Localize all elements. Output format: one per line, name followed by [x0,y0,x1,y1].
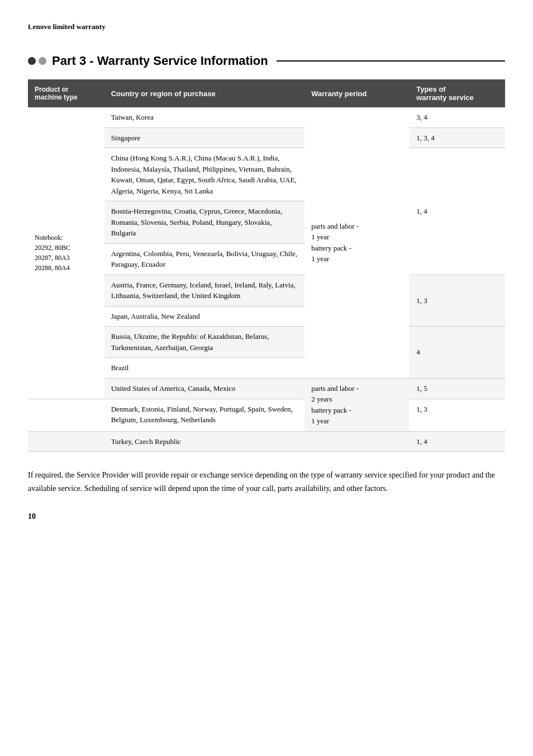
types-cell: 1, 5 [410,378,505,399]
header-product: Product ormachine type [28,79,104,107]
dot-2 [39,57,46,65]
types-cell: 1, 3 [410,275,505,327]
product-cell [28,431,104,452]
country-cell: Brazil [104,358,305,379]
header-types: Types ofwarranty service [410,79,505,107]
footer-text: If required, the Service Provider will p… [28,469,505,495]
table-row: Notebook:20292, 80BC20287, 80A320288, 80… [28,107,505,127]
country-cell: Argentina, Colombia, Peru, Venezuela, Bo… [104,243,305,275]
country-cell: Turkey, Czech Republic [104,431,305,452]
warranty-cell: parts and labor -2 yearsbattery pack -1 … [304,378,410,431]
types-cell: 1, 3, 4 [410,127,505,148]
country-cell: Austria, France, Germany, Iceland, Israe… [104,275,305,306]
country-cell: Bosnia-Herzegovina, Croatia, Cyprus, Gre… [104,201,305,244]
table-row: Denmark, Estonia, Finland, Norway, Portu… [28,399,505,431]
country-cell: Taiwan, Korea [104,107,305,127]
table-row: Turkey, Czech Republic 1, 4 [28,431,505,452]
country-cell: China (Hong Kong S.A.R.), China (Macau S… [104,148,305,201]
types-cell: 1, 3 [410,399,505,431]
section-dots [28,57,46,65]
types-cell: 1, 4 [410,431,505,452]
warranty-table: Product ormachine type Country or region… [28,79,505,452]
page-number: 10 [28,512,505,521]
header-warranty: Warranty period [304,79,410,107]
product-cell [28,399,104,431]
country-cell: Denmark, Estonia, Finland, Norway, Portu… [104,399,305,431]
types-cell: 1, 4 [410,148,505,275]
warranty-cell [304,431,410,452]
dot-1 [28,57,36,65]
types-cell: 4 [410,327,505,379]
doc-title: Lenovo limited warranty [28,22,505,31]
section-line [277,60,505,62]
country-cell: Russia, Ukraine, the Republic of Kazakhs… [104,327,305,358]
section-title: Part 3 - Warranty Service Information [52,54,268,68]
country-cell: Japan, Australia, New Zealand [104,306,305,327]
header-country: Country or region of purchase [104,79,305,107]
country-cell: Singapore [104,127,305,148]
country-cell: United States of America, Canada, Mexico [104,378,305,399]
product-cell: Notebook:20292, 80BC20287, 80A320288, 80… [28,107,104,399]
types-cell: 3, 4 [410,107,505,127]
warranty-cell: parts and labor -1 yearbattery pack -1 y… [304,107,410,378]
